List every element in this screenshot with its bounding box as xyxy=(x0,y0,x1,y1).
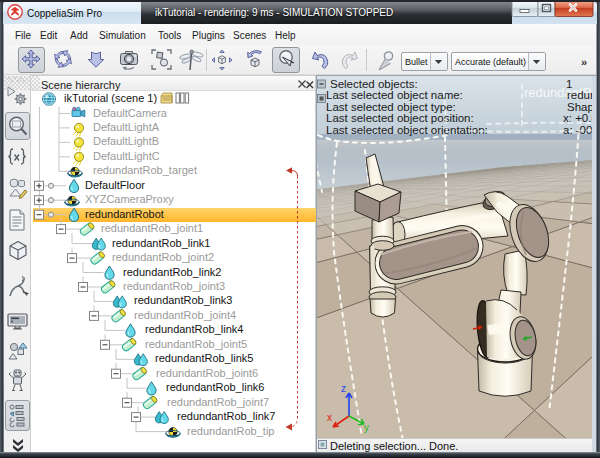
svg-text:Last selected object type:: Last selected object type: xyxy=(326,101,456,113)
svg-text:Selected objects:: Selected objects: xyxy=(330,78,418,90)
svg-text:Shap: Shap xyxy=(567,101,594,113)
svg-text:y: y xyxy=(364,422,369,433)
svg-text:Last selected object orientati: Last selected object orientation: xyxy=(326,124,488,136)
svg-text:x: x xyxy=(327,412,332,423)
svg-text:Last selected object position:: Last selected object position: xyxy=(326,112,474,124)
svg-text:z: z xyxy=(341,383,346,394)
svg-text:Last selected object name:: Last selected object name: xyxy=(326,89,463,101)
svg-text:1: 1 xyxy=(566,78,572,90)
